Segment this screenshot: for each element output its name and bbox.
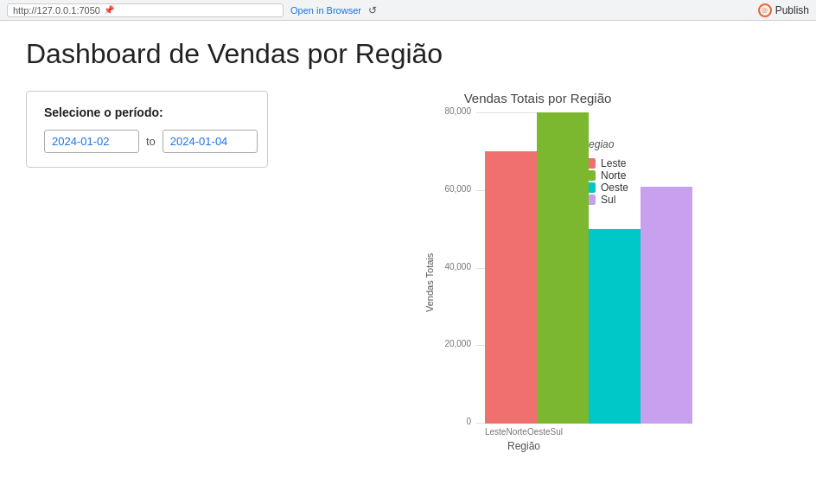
content-row: Selecione o período: to Vendas Totais po…	[26, 91, 790, 452]
chart-area: Vendas Totais por Região Vendas Totais 8…	[285, 91, 790, 452]
open-in-browser-button[interactable]: Open in Browser	[290, 5, 361, 16]
bar-group	[485, 112, 537, 424]
x-axis: LesteNorteOesteSul	[476, 424, 571, 437]
bar-group	[537, 112, 589, 424]
x-label: Norte	[506, 427, 526, 437]
chart-inner: 80,00060,00040,00020,0000 LesteNorteOest…	[442, 112, 571, 452]
pin-icon: 📌	[104, 5, 114, 15]
grid-label: 0	[438, 417, 471, 426]
filter-panel: Selecione o período: to	[26, 91, 268, 168]
grid-label: 40,000	[438, 262, 471, 271]
date-to-input[interactable]	[163, 130, 258, 153]
browser-url-bar[interactable]: http://127.0.0.1:7050 📌	[7, 3, 284, 17]
date-to-separator: to	[146, 135, 156, 148]
publish-label: Publish	[775, 4, 809, 16]
grid-label: 20,000	[438, 339, 471, 348]
x-label: Oeste	[527, 427, 551, 437]
bar	[589, 229, 641, 424]
main-content: Dashboard de Vendas por Região Selecione…	[0, 21, 816, 504]
chart-title: Vendas Totais por Região	[464, 91, 612, 105]
publish-icon: ◎	[758, 3, 772, 17]
chart-with-legend: Vendas Totais 80,00060,00040,00020,0000 …	[421, 112, 654, 452]
bar	[641, 187, 692, 424]
bar-group	[589, 112, 641, 424]
date-from-input[interactable]	[44, 130, 139, 153]
page-title: Dashboard de Vendas por Região	[26, 38, 790, 70]
browser-bar: http://127.0.0.1:7050 📌 Open in Browser …	[0, 0, 816, 21]
url-text: http://127.0.0.1:7050	[13, 5, 100, 16]
grid-label: 80,000	[438, 106, 471, 116]
y-axis-label: Vendas Totais	[421, 112, 438, 452]
reload-button[interactable]: ↺	[368, 4, 377, 16]
filter-label: Selecione o período:	[44, 105, 250, 119]
x-label: Leste	[485, 427, 506, 437]
date-row: to	[44, 130, 250, 153]
chart-container: Vendas Totais 80,00060,00040,00020,0000 …	[421, 112, 571, 452]
x-label: Sul	[551, 427, 563, 437]
chart-plot: 80,00060,00040,00020,0000	[442, 112, 571, 424]
bar	[485, 151, 537, 424]
bar-group	[641, 112, 692, 424]
bars-area	[476, 112, 571, 424]
bar	[537, 112, 589, 424]
grid-label: 60,000	[438, 184, 471, 194]
publish-button[interactable]: ◎ Publish	[758, 3, 809, 17]
grid-and-bars: 80,00060,00040,00020,0000	[442, 112, 571, 424]
x-axis-title: Região	[476, 440, 571, 452]
